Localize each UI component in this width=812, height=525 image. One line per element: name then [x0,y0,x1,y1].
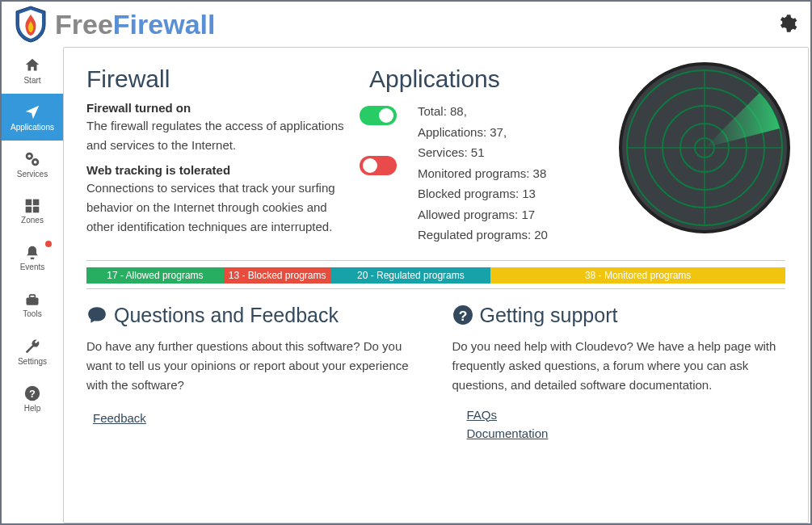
feedback-heading: Questions and Feedback [114,304,339,327]
arrow-icon [23,103,41,121]
app-logo-icon [13,5,48,44]
support-body: Do you need help with Cloudevo? We have … [452,337,786,395]
brand-text-free: Free [55,9,113,40]
wrench-icon [23,338,41,355]
sidebar-item-label: Start [23,76,40,85]
svg-text:?: ? [458,308,467,324]
notification-badge [45,241,52,247]
firewall-heading: Firewall [86,65,353,93]
sidebar-item-zones[interactable]: Zones [2,187,63,234]
sidebar-item-label: Help [24,404,41,413]
tracking-status-title: Web tracking is tolerated [86,163,353,177]
bell-icon [24,245,40,261]
home-icon [23,57,41,74]
svg-point-2 [28,154,32,158]
svg-point-3 [34,160,37,163]
sidebar-item-start[interactable]: Start [2,47,63,94]
svg-rect-7 [33,206,40,212]
feedback-section: Questions and Feedback Do have any furth… [86,304,420,440]
sidebar-item-label: Applications [11,123,54,132]
toolbox-icon [23,292,41,308]
documentation-link[interactable]: Documentation [467,426,786,440]
firewall-status-title: Firewall turned on [86,101,353,115]
gears-icon [23,150,41,168]
tracking-status-desc: Connections to services that track your … [86,178,353,237]
sidebar-item-label: Events [20,262,45,271]
toggle-column [360,106,397,175]
gear-icon [776,13,797,34]
sidebar-item-applications[interactable]: Applications [2,94,63,141]
status-bar: 17 - Allowed programs 13 - Blocked progr… [86,267,785,284]
divider [86,260,785,261]
sidebar-item-label: Zones [21,216,44,225]
status-regulated: 20 - Regulated programs [331,267,491,284]
svg-rect-4 [26,199,32,205]
faqs-link[interactable]: FAQs [467,408,786,422]
sidebar-item-help[interactable]: ? Help [2,375,63,422]
header: FreeFirewall [2,2,810,47]
settings-gear-button[interactable] [776,13,797,37]
question-circle-icon: ? [452,304,473,326]
grid-icon [24,198,40,214]
svg-rect-6 [26,206,32,212]
svg-text:?: ? [29,387,36,399]
svg-rect-8 [27,297,39,304]
status-monitored: 38 - Monitored programs [490,267,785,284]
firewall-status-desc: The firewall regulates the access of app… [86,116,353,155]
status-allowed: 17 - Allowed programs [86,267,224,284]
feedback-link[interactable]: Feedback [93,411,420,425]
sidebar-item-label: Settings [18,357,47,366]
divider [86,288,785,289]
support-heading: Getting support [480,304,618,327]
main-panel: Firewall Firewall turned on The firewall… [63,47,809,523]
feedback-body: Do have any further questions about this… [86,337,420,395]
sidebar-item-events[interactable]: Events [2,234,63,281]
firewall-toggle[interactable] [360,106,397,125]
support-section: ? Getting support Do you need help with … [452,304,786,440]
question-icon: ? [23,384,41,402]
sidebar-item-services[interactable]: Services [2,141,63,187]
tracking-toggle[interactable] [360,156,397,175]
status-blocked: 13 - Blocked programs [224,267,331,284]
brand-text-firewall: Firewall [113,9,216,40]
sidebar-item-settings[interactable]: Settings [2,328,63,375]
firewall-section: Firewall Firewall turned on The firewall… [86,65,353,246]
sidebar-item-label: Services [17,170,48,178]
sidebar-item-label: Tools [23,309,41,318]
radar-graphic [616,59,793,240]
sidebar: Start Applications Services Zones Events… [2,47,63,525]
sidebar-item-tools[interactable]: Tools [2,281,63,328]
speech-icon [86,304,107,326]
radar-icon [616,59,793,237]
svg-rect-5 [33,199,40,205]
svg-rect-9 [30,295,36,297]
